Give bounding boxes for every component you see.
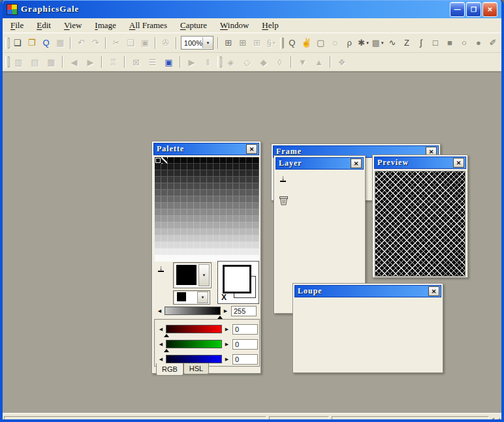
open-file-button[interactable]: ❐: [25, 35, 39, 50]
ellipse-tool-button[interactable]: ○: [457, 35, 471, 50]
palette-cell[interactable]: [181, 255, 187, 262]
foreground-color-dropdown[interactable]: ▼: [198, 264, 210, 286]
acquire-button[interactable]: ✇: [159, 35, 173, 50]
palette-cell[interactable]: [155, 183, 161, 190]
palette-cell[interactable]: [240, 209, 246, 216]
palette-cell[interactable]: [194, 209, 200, 216]
palette-cell[interactable]: [213, 170, 220, 177]
palette-cell[interactable]: [233, 229, 240, 235]
palette-cell[interactable]: [240, 235, 246, 242]
palette-pin-button[interactable]: ↓: [156, 265, 166, 275]
palette-cell[interactable]: [181, 235, 187, 242]
pause-button[interactable]: ‖: [200, 55, 216, 70]
palette-cell[interactable]: [220, 170, 227, 177]
green-slider-right-button[interactable]: ▶: [223, 340, 230, 348]
palette-cell[interactable]: [194, 242, 200, 249]
palette-cell[interactable]: [161, 255, 168, 262]
palette-cell[interactable]: [174, 157, 181, 164]
preview-title-bar[interactable]: Preview ✕: [374, 157, 466, 169]
palette-cell[interactable]: [161, 216, 168, 222]
insert-frame-button[interactable]: ▤: [27, 55, 43, 70]
palette-cell[interactable]: [194, 235, 200, 242]
palette-cell[interactable]: [246, 196, 253, 203]
red-slider-track[interactable]: [166, 325, 222, 333]
palette-cell[interactable]: [181, 170, 187, 177]
lasso-tool-button[interactable]: ρ: [342, 35, 356, 50]
move-layer-down-button[interactable]: ▼: [294, 55, 311, 70]
palette-cell[interactable]: [155, 235, 161, 242]
palette-cell[interactable]: [246, 177, 253, 183]
palette-cell[interactable]: [200, 183, 207, 190]
redo-button[interactable]: ↷: [88, 35, 102, 50]
alpha-slider-track[interactable]: [165, 307, 221, 315]
menu-item-capture[interactable]: Capture: [175, 19, 212, 32]
palette-cell[interactable]: [240, 196, 246, 203]
palette-cell[interactable]: [213, 229, 220, 235]
palette-cell[interactable]: [200, 157, 207, 164]
palette-cell[interactable]: [207, 249, 213, 255]
palette-cell[interactable]: [253, 235, 259, 242]
palette-cell[interactable]: [168, 216, 174, 222]
palette-cell[interactable]: [174, 170, 181, 177]
palette-cell[interactable]: [246, 170, 253, 177]
palette-cell[interactable]: [194, 164, 200, 170]
palette-cell[interactable]: [220, 222, 227, 229]
preview-close-icon[interactable]: ✕: [453, 158, 464, 168]
palette-cell[interactable]: [220, 235, 227, 242]
palette-cell[interactable]: [207, 255, 213, 262]
palette-cell[interactable]: [207, 216, 213, 222]
palette-cell[interactable]: [161, 170, 168, 177]
palette-cell[interactable]: [161, 177, 168, 183]
toolbar-grip[interactable]: [217, 56, 221, 68]
toolbar-grip[interactable]: [280, 37, 283, 49]
close-button[interactable]: ✕: [482, 2, 497, 17]
palette-cell[interactable]: [187, 255, 194, 262]
palette-cell[interactable]: [155, 229, 161, 235]
palette-cell[interactable]: [161, 190, 168, 196]
palette-cell[interactable]: [194, 229, 200, 235]
palette-cell[interactable]: [246, 157, 253, 164]
palette-cell[interactable]: [168, 235, 174, 242]
palette-cell[interactable]: [213, 196, 220, 203]
palette-cell[interactable]: [174, 242, 181, 249]
zoom-combo-dropdown-icon[interactable]: ▼: [202, 37, 213, 48]
palette-cell[interactable]: [181, 164, 187, 170]
palette-cell[interactable]: [240, 222, 246, 229]
palette-cell[interactable]: [233, 249, 240, 255]
palette-cell[interactable]: [155, 157, 161, 164]
palette-cell[interactable]: [155, 196, 161, 203]
palette-cell[interactable]: [213, 177, 220, 183]
trash-icon[interactable]: [278, 194, 289, 208]
palette-cell[interactable]: [168, 242, 174, 249]
palette-cell[interactable]: [187, 222, 194, 229]
palette-cell[interactable]: [155, 190, 161, 196]
palette-cell[interactable]: [155, 164, 161, 170]
palette-cell[interactable]: [213, 190, 220, 196]
duplicate-layer-button[interactable]: ◊: [272, 55, 288, 70]
palette-cell[interactable]: [207, 242, 213, 249]
palette-cell[interactable]: [227, 249, 233, 255]
palette-cell[interactable]: [213, 216, 220, 222]
palette-cell[interactable]: [227, 170, 233, 177]
undo-button[interactable]: ↶: [74, 35, 88, 50]
pattern-select-tool-dropdown-icon[interactable]: ▼: [381, 41, 385, 45]
palette-cell[interactable]: [174, 222, 181, 229]
half-grid-button[interactable]: ⊞: [236, 35, 250, 50]
toolbar-grip[interactable]: [5, 37, 8, 49]
palette-cell[interactable]: [168, 164, 174, 170]
green-value-field[interactable]: 0: [232, 339, 258, 350]
palette-cell[interactable]: [174, 229, 181, 235]
palette-cell[interactable]: [181, 196, 187, 203]
polyline-tool-button[interactable]: Z: [400, 35, 414, 50]
palette-cell[interactable]: [227, 190, 233, 196]
grid-button[interactable]: ⊞: [221, 35, 236, 50]
palette-cell[interactable]: [233, 209, 240, 216]
palette-cell[interactable]: [227, 196, 233, 203]
alpha-value-field[interactable]: 255: [231, 306, 257, 316]
palette-cell[interactable]: [233, 190, 240, 196]
palette-cell[interactable]: [187, 183, 194, 190]
palette-cell[interactable]: [240, 177, 246, 183]
palette-cell[interactable]: [220, 203, 227, 209]
palette-cell[interactable]: [174, 255, 181, 262]
palette-cell[interactable]: [207, 170, 213, 177]
